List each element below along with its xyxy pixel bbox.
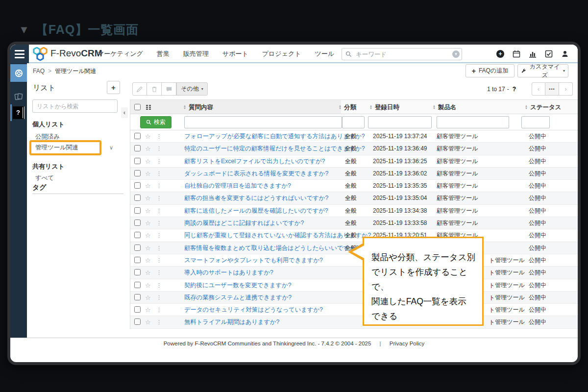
sort-icon[interactable] <box>339 105 342 110</box>
filter-input-created[interactable] <box>368 116 432 128</box>
faq-question-link[interactable]: 導入時のサポートはありますか? <box>184 267 273 279</box>
sort-icon[interactable] <box>433 105 436 110</box>
row-checkbox[interactable] <box>134 306 141 313</box>
brand-name[interactable]: F-RevoCRM <box>50 45 102 63</box>
star-icon[interactable]: ☆ <box>145 267 151 279</box>
row-checkbox[interactable] <box>134 170 141 176</box>
table-row[interactable]: ☆ ⋮ 導入時のサポートはありますか? ト管理ツール 公開中 <box>130 267 578 279</box>
table-row[interactable]: ☆ ⋮ フォローアップが必要な顧客に自動で通知する方法はありますか? 全般 20… <box>130 130 578 143</box>
table-row[interactable]: ☆ ⋮ 無料トライアル期間はありますか? ト管理ツール 公開中 <box>130 316 578 328</box>
rail-item-faq[interactable]: ? <box>13 106 24 119</box>
row-menu-icon[interactable]: ⋮ <box>156 242 162 254</box>
add-faq-button[interactable]: + FAQの追加 <box>466 64 514 77</box>
table-search-button[interactable]: 検索 <box>140 116 172 128</box>
add-list-button[interactable]: + <box>107 81 120 94</box>
list-search-input[interactable] <box>32 99 118 113</box>
column-header-question[interactable]: 質問内容 <box>183 100 213 115</box>
global-search-input[interactable] <box>355 50 452 58</box>
table-row[interactable]: ☆ ⋮ 特定のユーザーに特定の顧客情報だけを見せることはできますか? 全般 20… <box>130 143 578 155</box>
row-checkbox[interactable] <box>134 207 141 214</box>
table-row[interactable]: ☆ ⋮ 同じ顧客が重複して登録されていないか確認する方法はありますか? 全般 2… <box>130 229 578 242</box>
row-menu-icon[interactable]: ⋮ <box>156 217 162 229</box>
faq-question-link[interactable]: 無料トライアル期間はありますか? <box>184 316 279 328</box>
star-icon[interactable]: ☆ <box>145 242 151 254</box>
comment-button[interactable] <box>162 82 176 96</box>
row-menu-icon[interactable]: ⋮ <box>156 155 162 168</box>
filter-input-category[interactable] <box>342 116 365 128</box>
table-row[interactable]: ☆ ⋮ 既存の業務システムと連携できますか? ト管理ツール 公開中 <box>130 292 578 304</box>
filter-input-question[interactable] <box>184 116 342 128</box>
star-icon[interactable]: ☆ <box>145 205 151 217</box>
pagination-pages-button[interactable]: ••• <box>545 82 559 96</box>
row-menu-icon[interactable]: ⋮ <box>156 254 162 267</box>
faq-question-link[interactable]: 契約後にユーザー数を変更できますか? <box>184 279 291 292</box>
table-row[interactable]: ☆ ⋮ ダッシュボードに表示される情報を変更できますか? 全般 2025-11-… <box>130 168 578 180</box>
pagination-prev-button[interactable]: ‹ <box>532 82 545 96</box>
row-checkbox[interactable] <box>134 232 141 238</box>
faq-question-link[interactable]: データのセキュリティ対策はどうなっていますか? <box>184 304 323 316</box>
privacy-policy-link[interactable]: Privacy Policy <box>390 341 425 346</box>
pagination-next-button[interactable]: › <box>559 82 573 96</box>
table-row[interactable]: ☆ ⋮ 顧客リストをExcelファイルで出力したいのですが? 全般 2025-1… <box>130 155 578 168</box>
row-checkbox[interactable] <box>134 245 141 251</box>
star-icon[interactable]: ☆ <box>145 192 151 204</box>
list-item-all[interactable]: すべて <box>35 174 54 182</box>
list-item-kanri-tool[interactable]: 管理ツール関連 <box>35 140 78 155</box>
delete-button[interactable] <box>147 82 162 96</box>
search-options-icon[interactable]: ▾ <box>452 50 460 58</box>
nav-item-marketing[interactable]: マーケティング <box>98 49 143 58</box>
nav-item-sales[interactable]: 営業 <box>157 49 170 58</box>
customize-button[interactable]: カスタマイズ ▾ <box>517 64 568 77</box>
faq-question-link[interactable]: 顧客リストをExcelファイルで出力したいのですが? <box>184 155 325 168</box>
row-checkbox[interactable] <box>134 257 141 263</box>
table-row[interactable]: ☆ ⋮ データのセキュリティ対策はどうなっていますか? ト管理ツール 公開中 <box>130 304 578 316</box>
faq-question-link[interactable]: 商談の履歴はどこに記録すればよいですか? <box>184 217 304 229</box>
hamburger-menu-icon[interactable] <box>10 45 29 63</box>
collapse-panel-handle[interactable]: ‹ <box>121 107 128 118</box>
rail-item-support[interactable] <box>10 64 27 82</box>
calendar-icon[interactable] <box>513 50 520 58</box>
quick-create-icon[interactable]: + <box>496 50 504 58</box>
row-menu-icon[interactable]: ⋮ <box>156 229 162 242</box>
table-row[interactable]: ☆ ⋮ 顧客の担当者を変更するにはどうすればいいですか? 全般 2025-11-… <box>130 192 578 204</box>
edit-button[interactable] <box>132 82 147 96</box>
table-row[interactable]: ☆ ⋮ 契約後にユーザー数を変更できますか? ト管理ツール 公開中 <box>130 279 578 292</box>
row-menu-icon[interactable]: ⋮ <box>156 180 162 192</box>
nav-item-sales-mgmt[interactable]: 販売管理 <box>183 49 209 58</box>
star-icon[interactable]: ☆ <box>145 229 151 242</box>
faq-question-link[interactable]: スマートフォンやタブレットでも利用できますか? <box>184 254 323 267</box>
star-icon[interactable]: ☆ <box>145 304 151 316</box>
sort-icon[interactable] <box>525 105 528 110</box>
breadcrumb-module[interactable]: FAQ <box>33 68 45 74</box>
grid-view-icon[interactable] <box>146 104 151 110</box>
row-checkbox[interactable] <box>134 269 141 275</box>
sort-icon[interactable] <box>183 105 186 110</box>
column-header-status[interactable]: ステータス <box>525 100 562 115</box>
more-actions-button[interactable]: その他▾ <box>176 82 208 96</box>
faq-question-link[interactable]: 顧客に送信したメールの履歴を確認したいのですが? <box>184 205 328 217</box>
star-icon[interactable]: ☆ <box>145 217 151 229</box>
star-icon[interactable]: ☆ <box>145 254 151 267</box>
faq-question-link[interactable]: 顧客情報を複数まとめて取り込む場合はどうしたらいいですか? <box>184 242 359 254</box>
column-header-created[interactable]: 登録日時 <box>369 100 399 115</box>
row-checkbox[interactable] <box>134 318 141 325</box>
star-icon[interactable]: ☆ <box>145 168 151 180</box>
row-menu-icon[interactable]: ⋮ <box>156 130 162 143</box>
filter-input-status[interactable] <box>521 116 550 128</box>
row-checkbox[interactable] <box>134 282 141 288</box>
table-row[interactable]: ☆ ⋮ 商談の履歴はどこに記録すればよいですか? 全般 2025-11-19 1… <box>130 217 578 229</box>
row-menu-icon[interactable]: ⋮ <box>156 192 162 204</box>
row-menu-icon[interactable]: ⋮ <box>156 292 162 304</box>
nav-item-support[interactable]: サポート <box>222 49 248 58</box>
faq-question-link[interactable]: 特定のユーザーに特定の顧客情報だけを見せることはできますか? <box>184 143 365 155</box>
nav-item-project[interactable]: プロジェクト <box>262 49 301 58</box>
row-checkbox[interactable] <box>134 195 141 201</box>
star-icon[interactable]: ☆ <box>145 130 151 143</box>
table-row[interactable]: ☆ ⋮ 顧客に送信したメールの履歴を確認したいのですが? 全般 2025-11-… <box>130 205 578 217</box>
row-menu-icon[interactable]: ⋮ <box>156 267 162 279</box>
faq-question-link[interactable]: 既存の業務システムと連携できますか? <box>184 292 292 304</box>
filter-input-product[interactable] <box>437 116 509 128</box>
star-icon[interactable]: ☆ <box>145 292 151 304</box>
tasks-check-icon[interactable] <box>545 50 553 58</box>
table-row[interactable]: ☆ ⋮ 自社独自の管理項目を追加できますか? 全般 2025-11-19 13:… <box>130 180 578 192</box>
